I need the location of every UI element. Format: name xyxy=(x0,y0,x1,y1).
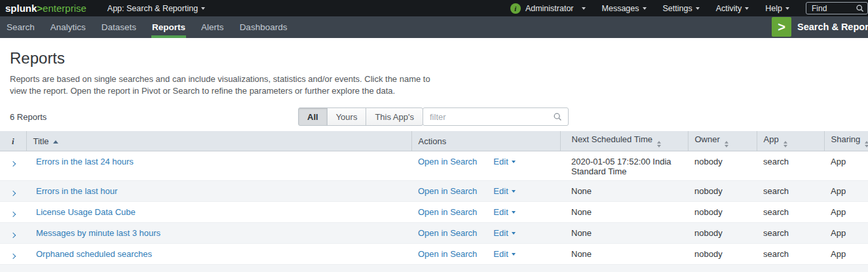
next-scheduled-cell: None xyxy=(560,181,688,202)
edit-link[interactable]: Edit xyxy=(493,186,515,196)
search-icon[interactable] xyxy=(856,4,864,12)
edit-link[interactable]: Edit xyxy=(493,157,515,166)
messages-menu[interactable]: Messages xyxy=(602,4,647,13)
expand-chevron-icon[interactable] xyxy=(10,191,16,196)
filter-input[interactable] xyxy=(423,111,553,123)
report-title-link[interactable]: Orphaned scheduled searches xyxy=(36,249,152,259)
tab-alerts[interactable]: Alerts xyxy=(201,16,224,38)
user-menu[interactable]: i Administrator xyxy=(510,3,586,14)
settings-menu-label: Settings xyxy=(663,4,692,13)
filter-this-apps-button[interactable]: This App's xyxy=(366,107,423,126)
find-input[interactable] xyxy=(810,3,854,14)
caret-down-icon xyxy=(745,7,749,10)
report-row: Errors in the last 24 hours Open in Sear… xyxy=(0,151,868,181)
header-sharing[interactable]: Sharing xyxy=(824,131,868,151)
find-box xyxy=(806,2,868,14)
filter-bar: 6 Reports All Yours This App's xyxy=(0,107,868,126)
header-title[interactable]: Title xyxy=(26,131,411,151)
logo-splunk-text: splunk xyxy=(5,3,37,14)
header-app[interactable]: App xyxy=(757,131,824,151)
sharing-cell: App xyxy=(824,244,868,265)
filter-all-button[interactable]: All xyxy=(298,107,328,126)
search-reporting-app-icon: > xyxy=(772,17,791,37)
sharing-cell: App xyxy=(824,181,868,202)
app-cell: search xyxy=(757,244,824,265)
owner-cell: nobody xyxy=(688,151,757,181)
app-identity[interactable]: > Search & Reporting xyxy=(772,17,868,37)
next-scheduled-cell: 2020-01-05 17:52:00 India Standard Time xyxy=(560,151,688,181)
report-title-link[interactable]: License Usage Data Cube xyxy=(36,207,136,217)
app-dropdown[interactable]: App: Search & Reporting xyxy=(107,4,205,13)
caret-down-icon xyxy=(201,7,205,10)
tab-datasets[interactable]: Datasets xyxy=(102,16,136,38)
report-title-link[interactable]: Messages by minute last 3 hours xyxy=(36,228,160,238)
messages-menu-label: Messages xyxy=(602,4,639,13)
topbar-menus: i Administrator Messages Settings Activi… xyxy=(510,2,868,14)
page-title: Reports xyxy=(10,49,868,68)
tab-reports[interactable]: Reports xyxy=(152,16,185,38)
search-icon xyxy=(553,112,562,121)
report-title-link[interactable]: Errors in the last hour xyxy=(36,186,117,196)
open-in-search-link[interactable]: Open in Search xyxy=(418,157,477,166)
reports-count: 6 Reports xyxy=(10,112,47,122)
open-in-search-link[interactable]: Open in Search xyxy=(418,207,477,217)
sort-ascending-icon xyxy=(53,140,58,144)
help-menu[interactable]: Help xyxy=(765,4,789,13)
open-in-search-link[interactable]: Open in Search xyxy=(418,249,477,259)
edit-link[interactable]: Edit xyxy=(493,249,515,259)
edit-link[interactable]: Edit xyxy=(493,228,515,238)
open-in-search-link[interactable]: Open in Search xyxy=(418,186,477,196)
report-title-link[interactable]: Errors in the last 24 hours xyxy=(36,157,134,166)
description-line-2: view the report. Open the report in Pivo… xyxy=(10,85,868,97)
caret-down-icon xyxy=(512,190,516,193)
page-description: Reports are based on single searches and… xyxy=(10,73,868,97)
caret-down-icon xyxy=(582,7,586,10)
caret-down-icon xyxy=(785,7,789,10)
caret-down-icon xyxy=(512,211,516,214)
header-info: i xyxy=(0,131,26,151)
open-in-search-link[interactable]: Open in Search xyxy=(418,228,477,238)
app-cell: search xyxy=(757,202,824,223)
expand-chevron-icon[interactable] xyxy=(10,233,16,238)
activity-menu[interactable]: Activity xyxy=(716,4,749,13)
header-next-scheduled-time[interactable]: Next Scheduled Time xyxy=(560,131,688,151)
caret-down-icon xyxy=(643,7,647,10)
expand-chevron-icon[interactable] xyxy=(10,254,16,259)
app-name: Search & Reporting xyxy=(797,22,868,32)
reports-page: Reports Reports are based on single sear… xyxy=(0,49,868,272)
report-row: Splunk errors last 24 hours Open in Sear… xyxy=(0,265,868,272)
report-row: Orphaned scheduled searches Open in Sear… xyxy=(0,244,868,265)
reports-table: i Title Actions Next Scheduled Time Owne… xyxy=(0,131,868,272)
caret-down-icon xyxy=(512,161,516,163)
tab-analytics[interactable]: Analytics xyxy=(50,16,86,38)
report-row: Errors in the last hour Open in SearchEd… xyxy=(0,181,868,202)
help-menu-label: Help xyxy=(765,4,782,13)
description-line-1: Reports are based on single searches and… xyxy=(10,73,868,85)
edit-link[interactable]: Edit xyxy=(493,207,515,217)
sort-icon xyxy=(783,141,787,147)
app-cell: search xyxy=(757,181,824,202)
expand-chevron-icon[interactable] xyxy=(10,212,16,217)
report-row: Messages by minute last 3 hours Open in … xyxy=(0,223,868,244)
report-row: License Usage Data Cube Open in SearchEd… xyxy=(0,202,868,223)
sort-icon xyxy=(725,141,728,147)
splunk-logo[interactable]: splunk>enterprise xyxy=(5,3,86,14)
expand-chevron-icon[interactable] xyxy=(10,161,16,166)
scope-button-group: All Yours This App's xyxy=(298,107,423,126)
next-scheduled-cell: None xyxy=(560,244,688,265)
tab-search[interactable]: Search xyxy=(7,16,35,38)
next-scheduled-cell: None xyxy=(560,202,688,223)
header-owner[interactable]: Owner xyxy=(688,131,757,151)
caret-down-icon xyxy=(512,232,516,235)
filter-field xyxy=(423,107,569,126)
owner-cell: nobody xyxy=(688,223,757,244)
activity-menu-label: Activity xyxy=(716,4,742,13)
tab-dashboards[interactable]: Dashboards xyxy=(240,16,288,38)
next-scheduled-cell: None xyxy=(560,265,688,272)
owner-cell: nobody xyxy=(688,265,757,272)
filter-yours-button[interactable]: Yours xyxy=(327,107,367,126)
user-menu-label: Administrator xyxy=(525,4,574,13)
settings-menu[interactable]: Settings xyxy=(663,4,700,13)
owner-cell: nobody xyxy=(688,181,757,202)
header-actions: Actions xyxy=(411,131,560,151)
